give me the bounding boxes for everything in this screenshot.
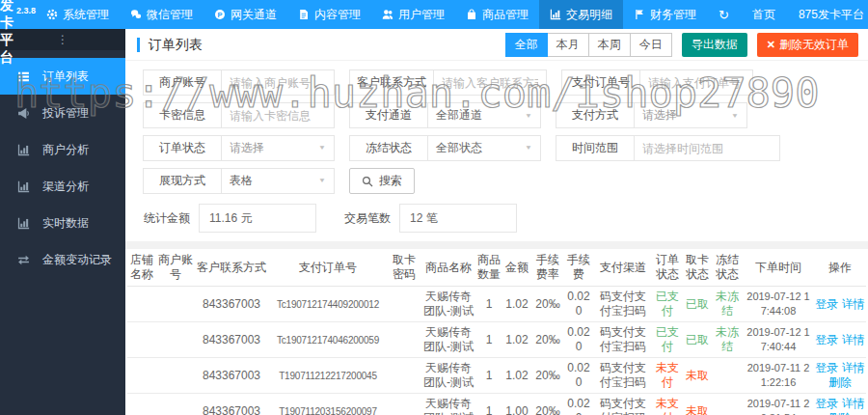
sidebar-item-label: 投诉管理 <box>42 105 89 122</box>
export-data-button[interactable]: 导出数据 <box>682 33 747 57</box>
link-storefront[interactable]: 875发卡平台 <box>787 0 868 29</box>
pay-channel-select[interactable]: 全部通道▼ <box>427 102 541 128</box>
pay-order-no-label: 支付订单号 <box>561 69 640 96</box>
sidebar-item-balance-log[interactable]: 金额变动记录 <box>0 241 125 278</box>
total-amount-value[interactable]: 11.16 元 <box>199 204 316 233</box>
chevron-down-icon: ▼ <box>318 145 326 152</box>
menu-content[interactable]: 内容管理 <box>287 0 371 29</box>
menu-gateway[interactable]: P网关通道 <box>203 0 287 29</box>
table-row: 843367003Tc190712174409200012天赐传奇团队-测试11… <box>127 287 866 322</box>
app-logo[interactable]: 自动发卡平台 2.3.8 <box>0 0 36 29</box>
freeze-status-field: 冻结状态全部状态▼ <box>349 135 541 161</box>
cell-pay-order-no: T190711212217200045 <box>268 358 388 394</box>
range-tab-today[interactable]: 今日 <box>630 33 672 57</box>
finance-icon <box>634 9 645 20</box>
menu-wechat[interactable]: 微信管理 <box>120 0 203 29</box>
op-details-link[interactable]: 详情 <box>842 297 865 311</box>
op-details-link[interactable]: 详情 <box>842 397 865 410</box>
menu-transactions[interactable]: 交易明细 <box>539 0 623 29</box>
customer-contact-label: 客户联系方式 <box>349 69 434 96</box>
menu-label: 商品管理 <box>482 7 529 23</box>
op-login-link[interactable]: 登录 <box>815 397 838 410</box>
column-header: 手续费 <box>563 249 594 287</box>
op-delete-link[interactable]: 删除 <box>828 375 852 389</box>
customer-contact-field: 客户联系方式 <box>349 69 547 96</box>
cell-fee-rate: 20‰ <box>532 358 563 394</box>
table-row: 843367003Tc190712174046200059天赐传奇团队-测试11… <box>127 322 866 358</box>
range-tab-week[interactable]: 本周 <box>588 33 631 57</box>
column-header: 商户账号 <box>156 249 195 287</box>
freeze-status-label: 冻结状态 <box>349 135 428 161</box>
pay-method-select[interactable]: 请选择▼ <box>634 102 747 128</box>
range-tab-month[interactable]: 本月 <box>547 33 589 57</box>
card-info-input[interactable] <box>221 102 335 128</box>
link-home[interactable]: 首页 <box>741 0 787 29</box>
chevron-down-icon: ▼ <box>525 145 532 152</box>
cell-fee-rate: 20‰ <box>532 394 563 415</box>
sidebar-item-realtime-data[interactable]: 实时数据 <box>0 205 125 241</box>
column-header: 操作 <box>814 249 866 287</box>
column-header: 订单状态 <box>652 249 683 287</box>
op-delete-link[interactable]: 删除 <box>828 411 852 415</box>
pay-order-no-input[interactable] <box>639 69 753 96</box>
filter-form: 商户账号客户联系方式支付订单号卡密信息支付通道全部通道▼支付方式请选择▼订单状态… <box>125 61 868 194</box>
time-range-input[interactable] <box>634 135 780 161</box>
orders-table: 店铺名称商户账号客户联系方式支付订单号取卡密码商品名称商品数量金额手续费率手续费… <box>127 249 866 415</box>
column-header: 支付渠道 <box>594 249 652 287</box>
sidebar-item-label: 渠道分析 <box>42 179 89 195</box>
trade-count-label: 交易笔数 <box>343 211 392 226</box>
date-range-tabs: 全部本月本周今日 <box>506 33 672 57</box>
customer-contact-input[interactable] <box>433 69 547 96</box>
menu-label: 财务管理 <box>650 7 696 23</box>
sidebar-collapse-toggle[interactable]: ⋮ <box>0 29 125 50</box>
op-login-link[interactable]: 登录 <box>815 297 838 311</box>
cell-order-time: 2019-07-12 17:40:44 <box>743 322 814 358</box>
sidebar-item-complaints[interactable]: 投诉管理 <box>0 95 125 131</box>
op-details-link[interactable]: 详情 <box>842 361 865 374</box>
cell-shop-name <box>127 322 156 358</box>
range-tab-all[interactable]: 全部 <box>505 33 548 57</box>
pay-method-value: 请选择 <box>642 107 677 124</box>
sidebar-item-channel-analysis[interactable]: 渠道分析 <box>0 168 125 205</box>
cell-shop-name <box>127 358 156 394</box>
time-range-field: 时间范围 <box>556 135 780 161</box>
merchant-account-label: 商户账号 <box>143 69 222 96</box>
cell-merchant-account <box>156 358 195 394</box>
cell-product-qty: 1 <box>476 394 502 415</box>
table-row: 843367003T190711212217200045天赐传奇团队-测试11.… <box>127 358 866 394</box>
trade-count-value[interactable]: 12 笔 <box>399 204 517 233</box>
merchant-account-input[interactable] <box>221 69 335 96</box>
order-status-select[interactable]: 请选择▼ <box>221 135 335 161</box>
menu-finance[interactable]: 财务管理 <box>623 0 707 29</box>
cell-card-password <box>388 394 420 415</box>
delete-invalid-orders-button[interactable]: ✕ 删除无效订单 <box>757 33 858 57</box>
topbar: 自动发卡平台 2.3.8 系统管理微信管理P网关通道内容管理用户管理商品管理交易… <box>0 0 868 29</box>
cell-merchant-account <box>156 322 195 358</box>
op-login-link[interactable]: 登录 <box>815 361 838 374</box>
cell-pay-status: 未支付 <box>652 394 683 415</box>
pay-channel-field: 支付通道全部通道▼ <box>349 102 541 128</box>
column-header: 商品数量 <box>476 249 502 287</box>
cell-pay-order-no: Tc190712174409200012 <box>268 287 388 322</box>
search-button[interactable]: 搜索 <box>349 168 415 194</box>
chevron-down-icon: ▼ <box>525 112 532 119</box>
sidebar-item-merchant-analysis[interactable]: 商户分析 <box>0 131 125 168</box>
app-version: 2.3.8 <box>16 6 36 15</box>
menu-system[interactable]: 系统管理 <box>36 0 120 29</box>
menu-goods[interactable]: 商品管理 <box>455 0 539 29</box>
cell-card-password <box>388 358 420 394</box>
op-details-link[interactable]: 详情 <box>842 333 865 346</box>
menu-users[interactable]: 用户管理 <box>371 0 455 29</box>
cell-freeze-status: 未冻结 <box>712 322 743 358</box>
freeze-status-select[interactable]: 全部状态▼ <box>427 135 541 161</box>
chevron-down-icon: ▼ <box>318 178 326 184</box>
display-mode-select[interactable]: 表格▼ <box>221 168 335 194</box>
filter-row: 卡密信息支付通道全部通道▼支付方式请选择▼ <box>143 102 860 128</box>
list-icon <box>17 70 32 83</box>
sidebar-item-order-list[interactable]: 订单列表 <box>0 58 125 95</box>
cell-amount: 1.00 <box>502 394 532 415</box>
refresh-icon[interactable]: ↻ <box>707 0 741 29</box>
op-login-link[interactable]: 登录 <box>815 333 838 346</box>
column-header: 冻结状态 <box>712 249 743 287</box>
sidebar-item-label: 商户分析 <box>42 142 89 158</box>
